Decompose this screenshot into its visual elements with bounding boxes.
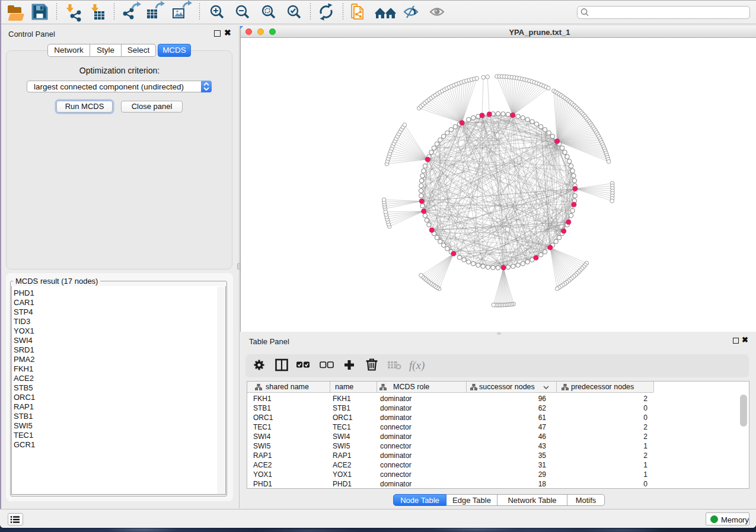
svg-text:f(x): f(x) — [409, 359, 425, 372]
